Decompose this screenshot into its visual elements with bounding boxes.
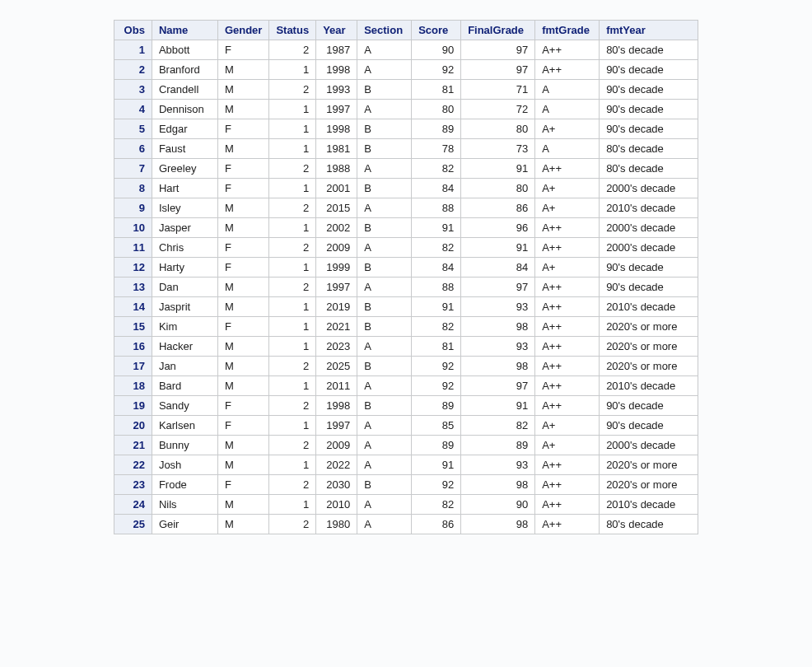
cell-status: 1 [269, 60, 316, 80]
cell-status: 1 [269, 416, 316, 436]
cell-fmtgrade: A++ [535, 495, 600, 515]
cell-year: 2030 [316, 475, 357, 495]
cell-fmtyear: 80's decade [600, 139, 698, 159]
cell-name: Frode [152, 475, 217, 495]
cell-status: 2 [269, 475, 316, 495]
cell-gender: F [217, 119, 269, 139]
cell-fmtgrade: A++ [535, 40, 600, 60]
table-row: 17JanM22025B9298A++2020's or more [114, 357, 698, 376]
cell-year: 2019 [316, 297, 357, 317]
cell-name: Kim [152, 317, 217, 337]
cell-fmtgrade: A+ [535, 179, 600, 198]
cell-obs: 22 [114, 455, 152, 475]
cell-score: 82 [412, 495, 461, 515]
cell-section: A [357, 159, 412, 179]
cell-finalgrade: 98 [461, 515, 535, 534]
cell-gender: F [217, 317, 269, 337]
cell-section: A [357, 337, 412, 357]
cell-fmtgrade: A++ [535, 278, 600, 297]
cell-fmtgrade: A++ [535, 376, 600, 396]
cell-fmtgrade: A+ [535, 436, 600, 455]
cell-status: 1 [269, 119, 316, 139]
cell-name: Harty [152, 258, 217, 278]
cell-gender: F [217, 40, 269, 60]
cell-fmtgrade: A++ [535, 218, 600, 238]
col-year: Year [316, 21, 357, 40]
cell-score: 88 [412, 278, 461, 297]
cell-finalgrade: 97 [461, 278, 535, 297]
cell-year: 2011 [316, 376, 357, 396]
table-row: 15KimF12021B8298A++2020's or more [114, 317, 698, 337]
cell-score: 91 [412, 455, 461, 475]
cell-gender: M [217, 278, 269, 297]
table-row: 25GeirM21980A8698A++80's decade [114, 515, 698, 534]
cell-finalgrade: 80 [461, 119, 535, 139]
cell-obs: 17 [114, 357, 152, 376]
cell-fmtyear: 2000's decade [600, 218, 698, 238]
cell-year: 1997 [316, 278, 357, 297]
table-row: 1AbbottF21987A9097A++80's decade [114, 40, 698, 60]
table-row: 7GreeleyF21988A8291A++80's decade [114, 159, 698, 179]
cell-fmtgrade: A++ [535, 60, 600, 80]
cell-fmtyear: 90's decade [600, 100, 698, 119]
cell-fmtgrade: A++ [535, 455, 600, 475]
cell-year: 2023 [316, 337, 357, 357]
report-output: Obs Name Gender Status Year Section Scor… [0, 0, 812, 554]
cell-section: A [357, 495, 412, 515]
cell-finalgrade: 96 [461, 218, 535, 238]
cell-name: Bunny [152, 436, 217, 455]
cell-fmtyear: 90's decade [600, 119, 698, 139]
cell-finalgrade: 97 [461, 60, 535, 80]
cell-section: B [357, 139, 412, 159]
cell-score: 91 [412, 297, 461, 317]
cell-gender: F [217, 159, 269, 179]
cell-status: 1 [269, 317, 316, 337]
cell-year: 1998 [316, 60, 357, 80]
cell-finalgrade: 97 [461, 376, 535, 396]
cell-score: 89 [412, 396, 461, 416]
cell-fmtgrade: A+ [535, 258, 600, 278]
cell-fmtyear: 2000's decade [600, 179, 698, 198]
cell-gender: M [217, 515, 269, 534]
cell-obs: 7 [114, 159, 152, 179]
cell-finalgrade: 91 [461, 396, 535, 416]
cell-section: A [357, 436, 412, 455]
cell-finalgrade: 84 [461, 258, 535, 278]
cell-fmtyear: 80's decade [600, 515, 698, 534]
cell-obs: 10 [114, 218, 152, 238]
cell-fmtyear: 90's decade [600, 278, 698, 297]
cell-gender: M [217, 436, 269, 455]
cell-status: 1 [269, 376, 316, 396]
cell-gender: F [217, 416, 269, 436]
cell-section: B [357, 396, 412, 416]
cell-obs: 15 [114, 317, 152, 337]
cell-finalgrade: 98 [461, 357, 535, 376]
cell-gender: M [217, 297, 269, 317]
cell-name: Bard [152, 376, 217, 396]
table-row: 3CrandellM21993B8171A90's decade [114, 80, 698, 100]
cell-section: B [357, 80, 412, 100]
cell-section: B [357, 475, 412, 495]
cell-year: 1997 [316, 100, 357, 119]
cell-fmtgrade: A [535, 100, 600, 119]
cell-finalgrade: 91 [461, 238, 535, 258]
cell-fmtgrade: A++ [535, 357, 600, 376]
table-row: 8HartF12001B8480A+2000's decade [114, 179, 698, 198]
cell-score: 91 [412, 218, 461, 238]
cell-obs: 16 [114, 337, 152, 357]
cell-gender: F [217, 396, 269, 416]
cell-fmtyear: 2020's or more [600, 475, 698, 495]
table-row: 2BranfordM11998A9297A++90's decade [114, 60, 698, 80]
cell-year: 1997 [316, 416, 357, 436]
cell-status: 2 [269, 515, 316, 534]
cell-year: 1999 [316, 258, 357, 278]
cell-section: A [357, 40, 412, 60]
table-row: 22JoshM12022A9193A++2020's or more [114, 455, 698, 475]
cell-status: 1 [269, 218, 316, 238]
table-row: 5EdgarF11998B8980A+90's decade [114, 119, 698, 139]
cell-status: 1 [269, 100, 316, 119]
cell-obs: 14 [114, 297, 152, 317]
cell-gender: F [217, 179, 269, 198]
cell-fmtgrade: A+ [535, 198, 600, 218]
cell-obs: 8 [114, 179, 152, 198]
